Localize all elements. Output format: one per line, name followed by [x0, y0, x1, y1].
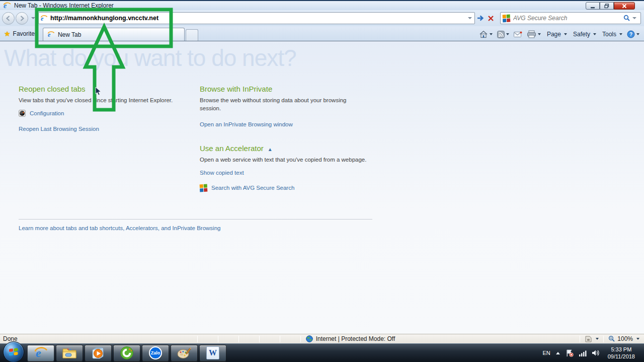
feeds-dropdown[interactable]	[506, 33, 509, 35]
help-dropdown[interactable]	[636, 33, 639, 35]
navigation-bar: e	[0, 10, 644, 26]
search-avg-link[interactable]: Search with AVG Secure Search	[211, 185, 294, 191]
search-input[interactable]	[513, 15, 623, 22]
safety-menu-dropdown	[593, 33, 596, 35]
print-button[interactable]	[525, 29, 542, 39]
taskbar-coccoc[interactable]	[113, 345, 140, 361]
address-bar[interactable]: e	[38, 12, 475, 24]
taskbar-word[interactable]: W	[199, 345, 226, 361]
section-title[interactable]: Browse with InPrivate	[200, 85, 386, 93]
tools-menu-button[interactable]: Tools	[599, 30, 624, 39]
coccoc-icon	[120, 346, 134, 360]
system-tray: EN 5:33 PM 09/11/2018	[542, 346, 642, 360]
zoom-pane[interactable]: 100%	[604, 335, 644, 342]
security-dropdown	[596, 338, 599, 340]
go-button[interactable]	[475, 12, 486, 24]
tab-label: New Tab	[58, 31, 81, 38]
internet-explorer-icon: e	[34, 346, 48, 360]
section-reopen-closed-tabs: Reopen closed tabs View tabs that you've…	[19, 85, 190, 132]
reopen-last-session-link[interactable]: Reopen Last Browsing Session	[19, 126, 99, 132]
favorites-button[interactable]: ★ Favorites	[1, 28, 42, 40]
search-box[interactable]	[500, 12, 641, 24]
right-column: Browse with InPrivate Browse the web wit…	[200, 85, 386, 192]
new-tab-button[interactable]	[186, 29, 198, 41]
zoom-icon	[608, 335, 615, 342]
show-copied-text-link[interactable]: Show copied text	[200, 170, 244, 176]
read-mail-button[interactable]	[512, 30, 524, 39]
taskbar-internet-explorer[interactable]: e	[27, 345, 54, 361]
status-bar: Done Internet | Protected Mode: Off	[0, 334, 644, 343]
star-icon: ★	[4, 30, 11, 38]
command-bar: ★ Favorites e New Tab	[0, 26, 644, 41]
folder-icon	[62, 347, 77, 359]
word-icon: W	[206, 346, 219, 359]
section-title[interactable]: Reopen closed tabs	[19, 85, 190, 93]
page-menu-label: Page	[547, 31, 561, 38]
zalo-icon: Zalo	[149, 346, 162, 359]
mail-icon	[514, 31, 522, 38]
section-description: Browse the web without storing data abou…	[200, 97, 366, 112]
learn-more-link[interactable]: Learn more about tabs and tab shortcuts,…	[19, 225, 220, 231]
print-dropdown[interactable]	[538, 33, 541, 35]
zoom-level: 100%	[617, 335, 633, 342]
network-signal-icon[interactable]	[579, 350, 587, 356]
media-player-icon	[91, 346, 105, 359]
svg-text:?: ?	[629, 32, 632, 37]
avg-logo-icon	[503, 14, 511, 22]
hidden-icons-chevron[interactable]	[555, 351, 560, 355]
security-report-icon	[585, 336, 592, 342]
search-options-dropdown[interactable]	[632, 17, 636, 19]
page-title: What do you want to do next?	[4, 44, 296, 71]
internet-zone-icon	[306, 335, 313, 342]
collapse-caret-icon[interactable]: ▲	[268, 147, 273, 152]
taskbar-zalo[interactable]: Zalo	[142, 345, 169, 361]
forward-button[interactable]	[16, 12, 28, 25]
safety-menu-button[interactable]: Safety	[570, 30, 598, 39]
printer-icon	[527, 30, 536, 38]
home-icon	[479, 30, 488, 38]
start-button[interactable]	[3, 341, 24, 362]
back-button[interactable]	[2, 12, 15, 25]
clock-time: 5:33 PM	[608, 346, 635, 353]
security-report-pane[interactable]	[580, 336, 603, 342]
volume-icon[interactable]	[592, 349, 600, 356]
divider	[19, 219, 372, 220]
open-inprivate-link[interactable]: Open an InPrivate Browsing window	[200, 121, 293, 127]
tools-menu-label: Tools	[602, 31, 616, 38]
browser-window: e New Tab - Windows Internet Explorer	[0, 0, 644, 362]
page-menu-button[interactable]: Page	[544, 30, 569, 39]
configuration-link[interactable]: Configuration	[30, 110, 64, 116]
tab-favicon-icon: e	[47, 31, 55, 38]
minimize-button[interactable]	[586, 2, 600, 10]
section-description: View tabs that you've closed since start…	[19, 97, 190, 105]
page-menu-dropdown	[564, 33, 567, 35]
taskbar-media-player[interactable]	[85, 345, 112, 361]
stop-button[interactable]	[486, 12, 496, 24]
site-favicon-icon	[19, 110, 26, 117]
clock-date: 09/11/2018	[608, 353, 635, 360]
language-indicator[interactable]: EN	[542, 350, 550, 356]
rss-feed-icon	[497, 31, 505, 38]
zoom-dropdown	[636, 338, 639, 340]
action-center-flag-icon[interactable]	[566, 349, 574, 357]
search-icon[interactable]	[623, 15, 630, 22]
home-dropdown[interactable]	[490, 33, 493, 35]
feeds-button[interactable]	[496, 30, 511, 39]
taskbar-paint[interactable]	[171, 345, 198, 361]
url-input[interactable]	[50, 15, 467, 22]
restore-button[interactable]	[600, 2, 614, 10]
window-controls	[586, 2, 635, 10]
recent-pages-dropdown[interactable]	[31, 17, 35, 19]
title-bar: e New Tab - Windows Internet Explorer	[0, 0, 644, 10]
help-button[interactable]: ?	[625, 29, 641, 39]
section-title[interactable]: Use an Accelerator▲	[200, 144, 386, 153]
paint-icon	[177, 346, 192, 359]
favorites-label: Favorites	[13, 30, 38, 37]
taskbar-clock[interactable]: 5:33 PM 09/11/2018	[605, 346, 638, 360]
address-dropdown[interactable]	[468, 17, 472, 19]
taskbar-windows-explorer[interactable]	[56, 345, 83, 361]
tab-new-tab[interactable]: e New Tab	[43, 28, 185, 41]
close-button[interactable]	[614, 2, 635, 10]
page-favicon-icon: e	[40, 15, 48, 22]
home-button[interactable]	[477, 29, 494, 39]
